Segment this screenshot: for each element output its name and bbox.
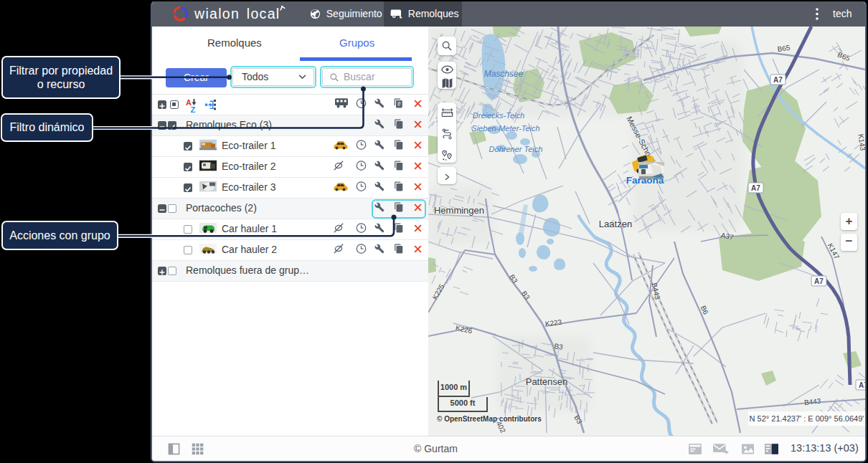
svg-text:A7: A7	[773, 76, 783, 84]
svg-text:B3: B3	[554, 342, 564, 351]
svg-text:Sieben-Meter-Teich: Sieben-Meter-Teich	[471, 124, 539, 133]
svg-text:Döhrener Teich: Döhrener Teich	[489, 145, 543, 153]
svg-text:Pattensen: Pattensen	[526, 376, 568, 387]
svg-text:Maschsee: Maschsee	[484, 69, 524, 79]
svg-text:A7: A7	[859, 381, 865, 389]
svg-text:A7: A7	[751, 184, 760, 192]
svg-text:Dreiecks-Teich: Dreiecks-Teich	[473, 111, 524, 120]
svg-text:A7: A7	[814, 277, 824, 285]
svg-text:Faraona: Faraona	[626, 175, 664, 186]
svg-text:Laatzen: Laatzen	[599, 219, 632, 229]
svg-text:Z: Z	[191, 105, 196, 113]
svg-text:Hemmingen: Hemmingen	[434, 205, 484, 216]
